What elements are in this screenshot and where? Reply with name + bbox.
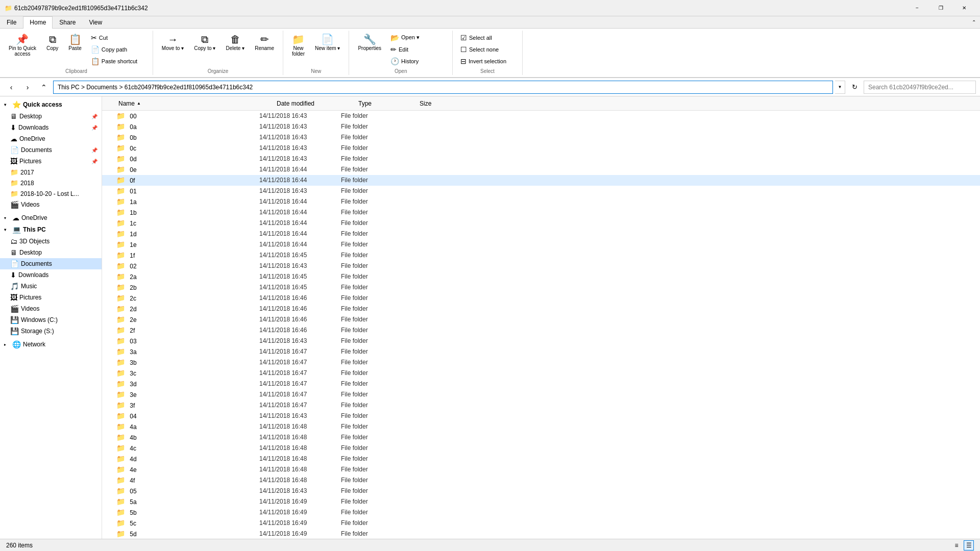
table-row[interactable]: 📁 2c 14/11/2018 16:46 File folder xyxy=(102,293,980,304)
edit-button[interactable]: ✏ Edit xyxy=(387,44,448,55)
table-row[interactable]: 📁 3f 14/11/2018 16:47 File folder xyxy=(102,400,980,411)
sidebar-item-storage-s[interactable]: 💾 Storage (S:) xyxy=(0,325,102,337)
table-row[interactable]: 📁 00 14/11/2018 16:43 File folder xyxy=(102,111,980,121)
table-row[interactable]: 📁 4e 14/11/2018 16:48 File folder xyxy=(102,464,980,475)
move-to-button[interactable]: → Move to ▾ xyxy=(157,32,188,54)
paste-button[interactable]: 📋 Paste xyxy=(64,32,86,54)
table-row[interactable]: 📁 04 14/11/2018 16:43 File folder xyxy=(102,411,980,421)
table-row[interactable]: 📁 5a 14/11/2018 16:49 File folder xyxy=(102,496,980,507)
list-view-button[interactable]: ≡ xyxy=(951,540,962,550)
delete-button[interactable]: 🗑 Delete ▾ xyxy=(221,32,249,54)
rename-button[interactable]: ✏ Rename xyxy=(250,32,279,54)
copy-to-button[interactable]: ⧉ Copy to ▾ xyxy=(189,32,220,54)
sidebar-item-windows-c[interactable]: 💾 Windows (C:) xyxy=(0,314,102,325)
invert-selection-button[interactable]: ⊟ Invert selection xyxy=(457,56,518,67)
table-row[interactable]: 📁 0f 14/11/2018 16:44 File folder xyxy=(102,175,980,186)
table-row[interactable]: 📁 3e 14/11/2018 16:47 File folder xyxy=(102,389,980,400)
sidebar-item-2018-lost[interactable]: 📁 2018-10-20 - Lost L... xyxy=(0,188,102,199)
tab-share[interactable]: Share xyxy=(53,16,82,28)
table-row[interactable]: 📁 0e 14/11/2018 16:44 File folder xyxy=(102,164,980,175)
table-row[interactable]: 📁 0c 14/11/2018 16:43 File folder xyxy=(102,143,980,154)
sidebar-item-music[interactable]: 🎵 Music xyxy=(0,281,102,292)
select-none-button[interactable]: ☐ Select none xyxy=(457,44,518,55)
table-row[interactable]: 📁 3c 14/11/2018 16:47 File folder xyxy=(102,368,980,379)
sidebar-item-downloads-pc[interactable]: ⬇ Downloads xyxy=(0,269,102,281)
paste-shortcut-button[interactable]: 📋 Paste shortcut xyxy=(87,56,149,67)
cut-button[interactable]: ✂ Cut xyxy=(87,32,149,43)
table-row[interactable]: 📁 01 14/11/2018 16:43 File folder xyxy=(102,186,980,196)
sidebar-item-2018[interactable]: 📁 2018 xyxy=(0,178,102,188)
sidebar-item-network[interactable]: ▸ 🌐 Network xyxy=(0,339,102,350)
search-input[interactable] xyxy=(864,81,976,94)
table-row[interactable]: 📁 0a 14/11/2018 16:43 File folder xyxy=(102,121,980,132)
new-item-button[interactable]: 📄 New item ▾ xyxy=(310,32,345,54)
table-row[interactable]: 📁 0d 14/11/2018 16:43 File folder xyxy=(102,154,980,164)
sidebar-item-desktop-pc[interactable]: 🖥 Desktop xyxy=(0,247,102,258)
sidebar-item-onedrive[interactable]: ▾ ☁ OneDrive xyxy=(0,212,102,223)
back-button[interactable]: ‹ xyxy=(4,80,18,94)
table-row[interactable]: 📁 3a 14/11/2018 16:47 File folder xyxy=(102,346,980,357)
table-row[interactable]: 📁 0b 14/11/2018 16:43 File folder xyxy=(102,132,980,143)
sidebar-item-downloads-qa[interactable]: ⬇ Downloads 📌 xyxy=(0,122,102,133)
table-row[interactable]: 📁 2a 14/11/2018 16:45 File folder xyxy=(102,271,980,282)
history-button[interactable]: 🕐 History xyxy=(387,56,448,67)
table-row[interactable]: 📁 1f 14/11/2018 16:45 File folder xyxy=(102,250,980,261)
table-row[interactable]: 📁 05 14/11/2018 16:43 File folder xyxy=(102,486,980,496)
this-pc-header[interactable]: ▾ 💻 This PC xyxy=(0,223,102,236)
refresh-button[interactable]: ↻ xyxy=(847,80,862,94)
minimize-button[interactable]: − xyxy=(905,0,929,16)
sidebar-item-pictures-qa[interactable]: 🖼 Pictures 📌 xyxy=(0,156,102,167)
table-row[interactable]: 📁 4a 14/11/2018 16:48 File folder xyxy=(102,421,980,432)
details-view-button[interactable]: ☰ xyxy=(964,540,974,550)
column-header-size[interactable]: Size xyxy=(418,98,469,109)
ribbon-collapse-button[interactable]: ⌃ xyxy=(972,19,976,25)
table-row[interactable]: 📁 2e 14/11/2018 16:46 File folder xyxy=(102,314,980,325)
tab-file[interactable]: File xyxy=(0,16,23,28)
table-row[interactable]: 📁 2d 14/11/2018 16:46 File folder xyxy=(102,304,980,314)
table-row[interactable]: 📁 3b 14/11/2018 16:47 File folder xyxy=(102,357,980,368)
table-row[interactable]: 📁 2b 14/11/2018 16:45 File folder xyxy=(102,282,980,293)
table-row[interactable]: 📁 1d 14/11/2018 16:44 File folder xyxy=(102,229,980,239)
sidebar-item-onedrive-qa[interactable]: ☁ OneDrive xyxy=(0,133,102,144)
pin-to-quick-access-button[interactable]: 📌 Pin to Quickaccess xyxy=(4,32,41,59)
column-header-type[interactable]: Type xyxy=(356,98,418,109)
open-button[interactable]: 📂 Open ▾ xyxy=(387,32,448,43)
table-row[interactable]: 📁 5b 14/11/2018 16:49 File folder xyxy=(102,507,980,518)
sidebar-item-3d-objects[interactable]: 🗂 3D Objects xyxy=(0,236,102,247)
tab-view[interactable]: View xyxy=(82,16,109,28)
table-row[interactable]: 📁 4d 14/11/2018 16:48 File folder xyxy=(102,454,980,464)
copy-path-button[interactable]: 📄 Copy path xyxy=(87,44,149,55)
restore-button[interactable]: ❐ xyxy=(929,0,952,16)
table-row[interactable]: 📁 3d 14/11/2018 16:47 File folder xyxy=(102,379,980,389)
address-dropdown-button[interactable]: ▼ xyxy=(835,81,845,94)
sidebar-item-videos-pc[interactable]: 🎬 Videos xyxy=(0,303,102,314)
new-folder-button[interactable]: 📁 Newfolder xyxy=(287,32,309,59)
table-row[interactable]: 📁 2f 14/11/2018 16:46 File folder xyxy=(102,325,980,336)
table-row[interactable]: 📁 02 14/11/2018 16:43 File folder xyxy=(102,261,980,271)
properties-button[interactable]: 🔧 Properties xyxy=(353,32,386,54)
column-header-date[interactable]: Date modified xyxy=(275,98,356,109)
table-row[interactable]: 📁 1b 14/11/2018 16:44 File folder xyxy=(102,207,980,218)
sidebar-item-documents-pc[interactable]: 📄 Documents xyxy=(0,258,102,269)
column-header-name[interactable]: Name ▲ xyxy=(116,98,275,109)
up-button[interactable]: ⌃ xyxy=(37,80,51,94)
forward-button[interactable]: › xyxy=(20,80,35,94)
table-row[interactable]: 📁 1c 14/11/2018 16:44 File folder xyxy=(102,218,980,229)
table-row[interactable]: 📁 1a 14/11/2018 16:44 File folder xyxy=(102,196,980,207)
table-row[interactable]: 📁 5d 14/11/2018 16:49 File folder xyxy=(102,529,980,539)
table-row[interactable]: 📁 03 14/11/2018 16:43 File folder xyxy=(102,336,980,346)
sidebar-item-videos-qa[interactable]: 🎬 Videos xyxy=(0,199,102,210)
table-row[interactable]: 📁 4b 14/11/2018 16:48 File folder xyxy=(102,432,980,443)
copy-button[interactable]: ⧉ Copy xyxy=(42,32,63,54)
table-row[interactable]: 📁 4f 14/11/2018 16:48 File folder xyxy=(102,475,980,486)
sidebar-item-desktop[interactable]: 🖥 Desktop 📌 xyxy=(0,111,102,122)
table-row[interactable]: 📁 4c 14/11/2018 16:48 File folder xyxy=(102,443,980,454)
address-input[interactable] xyxy=(53,81,833,94)
table-row[interactable]: 📁 5c 14/11/2018 16:49 File folder xyxy=(102,518,980,529)
select-all-button[interactable]: ☑ Select all xyxy=(457,32,518,43)
sidebar-item-documents-qa[interactable]: 📄 Documents 📌 xyxy=(0,144,102,156)
table-row[interactable]: 📁 1e 14/11/2018 16:44 File folder xyxy=(102,239,980,250)
tab-home[interactable]: Home xyxy=(23,16,53,29)
sidebar-item-2017[interactable]: 📁 2017 xyxy=(0,167,102,178)
sidebar-item-pictures-pc[interactable]: 🖼 Pictures xyxy=(0,292,102,303)
